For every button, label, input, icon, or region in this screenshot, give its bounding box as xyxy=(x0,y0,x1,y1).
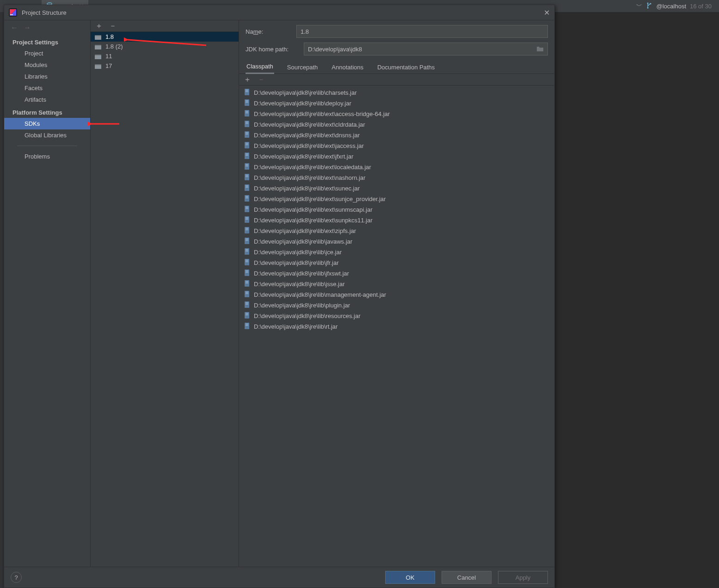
svg-rect-41 xyxy=(246,166,248,166)
classpath-entry[interactable]: D:\develop\java\jdk8\jre\lib\ext\sunpkcs… xyxy=(239,215,554,226)
help-button[interactable]: ? xyxy=(11,572,22,583)
classpath-entry-label: D:\develop\java\jdk8\jre\lib\ext\sunec.j… xyxy=(254,185,360,192)
jar-icon xyxy=(244,163,250,172)
classpath-list[interactable]: D:\develop\java\jdk8\jre\lib\charsets.ja… xyxy=(239,86,554,567)
nav-item-facets[interactable]: Facets xyxy=(4,82,90,94)
add-sdk-button[interactable]: ＋ xyxy=(95,22,103,30)
tab-documentation[interactable]: Documentation Paths xyxy=(376,61,436,74)
nav-item-global-libraries[interactable]: Global Libraries xyxy=(4,129,90,141)
svg-rect-8 xyxy=(95,55,101,55)
apply-button[interactable]: Apply xyxy=(498,571,548,584)
close-dialog-button[interactable]: ✕ xyxy=(544,8,550,17)
jar-icon xyxy=(244,152,250,161)
settings-nav: ← → Project Settings Project Modules Lib… xyxy=(4,20,91,567)
svg-point-3 xyxy=(650,3,651,4)
classpath-entry[interactable]: D:\develop\java\jdk8\jre\lib\jfr.jar xyxy=(239,257,554,268)
jar-icon xyxy=(244,120,250,129)
sdk-list[interactable]: 1.81.8 (2)1117 xyxy=(91,32,239,567)
add-classpath-button[interactable]: ＋ xyxy=(244,76,251,83)
jar-icon xyxy=(244,110,250,118)
jar-icon xyxy=(244,141,250,150)
classpath-entry[interactable]: D:\develop\java\jdk8\jre\lib\rt.jar xyxy=(239,321,554,332)
classpath-entry[interactable]: D:\develop\java\jdk8\jre\lib\deploy.jar xyxy=(239,98,554,109)
nav-item-modules[interactable]: Modules xyxy=(4,59,90,71)
nav-back-button[interactable]: ← xyxy=(11,24,18,32)
nav-item-libraries[interactable]: Libraries xyxy=(4,71,90,82)
classpath-entry[interactable]: D:\develop\java\jdk8\jre\lib\management-… xyxy=(239,289,554,300)
svg-rect-83 xyxy=(246,281,248,282)
branch-count: 16 of 30 xyxy=(690,3,712,10)
svg-rect-9 xyxy=(95,64,101,65)
jar-icon xyxy=(244,173,250,182)
tab-annotations[interactable]: Annotations xyxy=(331,61,364,74)
sdk-folder-icon xyxy=(94,53,102,60)
svg-rect-87 xyxy=(246,292,248,292)
svg-rect-92 xyxy=(246,303,248,304)
sdk-path-input[interactable]: D:\develop\java\jdk8 xyxy=(304,43,548,55)
classpath-entry[interactable]: D:\develop\java\jdk8\jre\lib\ext\jfxrt.j… xyxy=(239,151,554,162)
nav-item-artifacts[interactable]: Artifacts xyxy=(4,94,90,105)
classpath-entry[interactable]: D:\develop\java\jdk8\jre\lib\resources.j… xyxy=(239,311,554,321)
svg-rect-71 xyxy=(246,249,248,250)
classpath-entry[interactable]: D:\develop\java\jdk8\jre\lib\jce.jar xyxy=(239,247,554,257)
svg-rect-11 xyxy=(246,90,248,90)
sdk-name-input[interactable]: 1.8 xyxy=(296,25,548,38)
svg-rect-95 xyxy=(246,313,248,313)
classpath-entry[interactable]: D:\develop\java\jdk8\jre\lib\javaws.jar xyxy=(239,236,554,247)
svg-rect-24 xyxy=(246,122,248,123)
remove-classpath-button[interactable]: － xyxy=(258,76,265,83)
remove-sdk-button[interactable]: － xyxy=(109,22,117,30)
svg-rect-12 xyxy=(246,91,248,91)
jar-icon xyxy=(244,258,250,267)
classpath-entry-label: D:\develop\java\jdk8\jre\lib\deploy.jar xyxy=(254,100,351,107)
cancel-button[interactable]: Cancel xyxy=(442,571,492,584)
sdk-item[interactable]: 1.8 xyxy=(91,32,239,42)
svg-rect-57 xyxy=(246,208,248,209)
svg-rect-15 xyxy=(246,100,248,101)
vcs-status[interactable]: ﹀ @localhost 16 of 30 xyxy=(636,2,712,10)
svg-rect-76 xyxy=(246,261,248,261)
ok-button[interactable]: OK xyxy=(385,571,435,584)
svg-rect-91 xyxy=(246,302,248,303)
classpath-entry[interactable]: D:\develop\java\jdk8\jre\lib\charsets.ja… xyxy=(239,87,554,98)
dialog-titlebar[interactable]: Project Structure ✕ xyxy=(4,5,554,20)
classpath-entry[interactable]: D:\develop\java\jdk8\jre\lib\jsse.jar xyxy=(239,279,554,289)
tab-sourcepath[interactable]: Sourcepath xyxy=(286,61,319,74)
classpath-entry[interactable]: D:\develop\java\jdk8\jre\lib\ext\sunec.j… xyxy=(239,183,554,194)
sdk-item[interactable]: 17 xyxy=(91,61,239,71)
nav-item-sdks[interactable]: SDKs xyxy=(4,118,90,129)
classpath-entry[interactable]: D:\develop\java\jdk8\jre\lib\plugin.jar xyxy=(239,300,554,311)
classpath-entry[interactable]: D:\develop\java\jdk8\jre\lib\ext\nashorn… xyxy=(239,172,554,183)
svg-rect-5 xyxy=(10,14,13,15)
jar-icon xyxy=(244,269,250,278)
sdk-item[interactable]: 1.8 (2) xyxy=(91,42,239,51)
classpath-entry[interactable]: D:\develop\java\jdk8\jre\lib\ext\sunmsca… xyxy=(239,204,554,215)
jar-icon xyxy=(244,301,250,310)
classpath-entry[interactable]: D:\develop\java\jdk8\jre\lib\ext\access-… xyxy=(239,109,554,119)
jar-icon xyxy=(244,280,250,288)
classpath-entry[interactable]: D:\develop\java\jdk8\jre\lib\ext\sunjce_… xyxy=(239,194,554,204)
svg-rect-16 xyxy=(246,101,248,102)
svg-rect-61 xyxy=(246,219,248,220)
nav-item-project[interactable]: Project xyxy=(4,48,90,59)
svg-rect-69 xyxy=(246,240,248,241)
jar-icon xyxy=(244,216,250,225)
svg-rect-19 xyxy=(246,111,248,111)
classpath-entry[interactable]: D:\develop\java\jdk8\jre\lib\ext\dnsns.j… xyxy=(239,130,554,141)
sdk-item[interactable]: 11 xyxy=(91,51,239,61)
nav-item-problems[interactable]: Problems xyxy=(4,151,90,162)
classpath-entry-label: D:\develop\java\jdk8\jre\lib\jfxswt.jar xyxy=(254,270,349,277)
nav-forward-button[interactable]: → xyxy=(24,24,31,32)
chevron-down-icon: ﹀ xyxy=(636,2,642,10)
svg-rect-29 xyxy=(246,134,248,135)
classpath-entry-label: D:\develop\java\jdk8\jre\lib\ext\cldrdat… xyxy=(254,121,365,128)
classpath-entry[interactable]: D:\develop\java\jdk8\jre\lib\ext\zipfs.j… xyxy=(239,226,554,236)
classpath-entry[interactable]: D:\develop\java\jdk8\jre\lib\ext\cldrdat… xyxy=(239,119,554,130)
classpath-entry[interactable]: D:\develop\java\jdk8\jre\lib\jfxswt.jar xyxy=(239,268,554,279)
classpath-entry[interactable]: D:\develop\java\jdk8\jre\lib\ext\localed… xyxy=(239,162,554,172)
classpath-entry[interactable]: D:\develop\java\jdk8\jre\lib\ext\jaccess… xyxy=(239,141,554,151)
tab-classpath[interactable]: Classpath xyxy=(246,60,274,74)
folder-icon[interactable] xyxy=(536,45,544,53)
sdk-folder-icon xyxy=(94,34,102,40)
project-structure-dialog: Project Structure ✕ ← → Project Settings… xyxy=(4,5,555,588)
